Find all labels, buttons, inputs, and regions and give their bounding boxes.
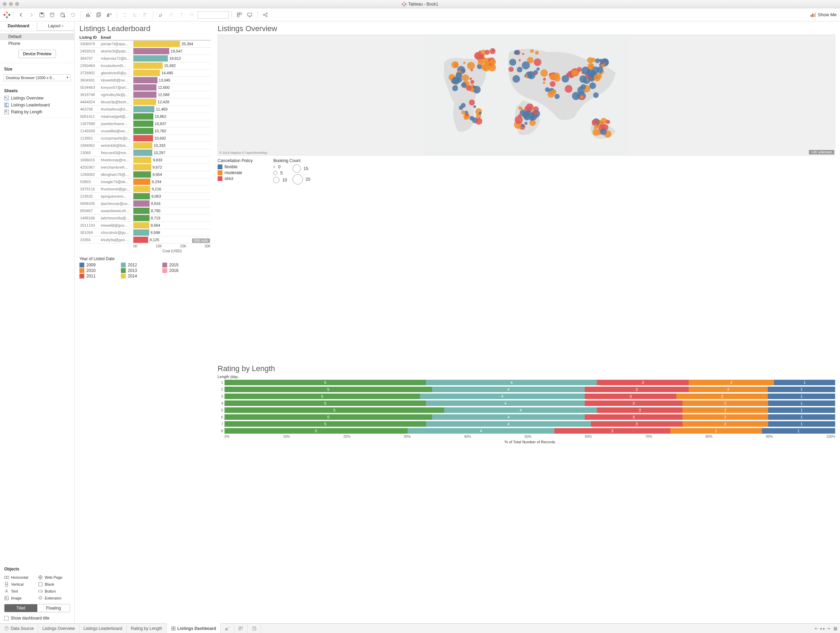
tab-dashboard[interactable]: Dashboard [0, 21, 37, 31]
rating-segment[interactable]: 2 [682, 414, 768, 420]
object-text[interactable]: AText [4, 589, 36, 593]
legend-item[interactable]: 2012 [121, 263, 155, 267]
rating-segment[interactable]: 4 [444, 407, 597, 413]
rating-segment[interactable]: 1 [768, 400, 835, 406]
forward-button[interactable] [27, 10, 36, 20]
rating-segment[interactable]: 1 [768, 414, 835, 420]
table-row[interactable]: 3728802 glandrickd5@y... 14,490 [79, 70, 211, 77]
size-legend-item[interactable]: 15 [292, 165, 310, 173]
toolbar-search-input[interactable] [197, 11, 229, 19]
nulls-badge[interactable]: 658 nulls [192, 238, 210, 243]
tab-layout[interactable]: Layout▾ [37, 21, 74, 31]
rating-segment[interactable]: 5 [224, 414, 432, 420]
rating-segment[interactable]: 4 [432, 414, 585, 420]
object-vertical[interactable]: Vertical [4, 582, 36, 587]
minimize-icon[interactable] [9, 2, 13, 6]
table-row[interactable]: 301059 clincolndz@gu... 8,598 [79, 229, 211, 236]
table-row[interactable]: 4250367 lverchambrelh... 9,672 [79, 164, 211, 171]
size-dropdown[interactable]: Desktop Browser (1000 x 8...▾ [3, 74, 71, 81]
table-row[interactable]: 1307898 jswettenhame... 10,837 [79, 120, 211, 128]
text-button[interactable]: T [177, 10, 186, 20]
world-map[interactable]: © 2019 Mapbox © OpenStreetMap >1K unknow… [218, 35, 835, 155]
rating-segment[interactable]: 5 [224, 400, 426, 406]
new-story-button[interactable]: + [248, 624, 261, 633]
sheet-tab[interactable]: Listings Overview [38, 624, 79, 633]
rating-segment[interactable]: 3 [585, 400, 682, 406]
legend-item[interactable]: strict [218, 176, 253, 181]
legend-item[interactable]: 2010 [79, 268, 114, 273]
highlight-button[interactable] [156, 10, 166, 20]
legend-item[interactable]: 2009 [79, 263, 114, 267]
duplicate-button[interactable] [94, 10, 104, 20]
rating-segment[interactable]: 2 [670, 428, 762, 434]
tiled-button[interactable]: Tiled [5, 605, 37, 612]
rating-segment[interactable]: 3 [585, 387, 689, 392]
rating-segment[interactable]: 2 [676, 394, 768, 399]
clear-button[interactable] [104, 10, 114, 20]
rating-segment[interactable]: 1 [768, 421, 835, 427]
object-web-page[interactable]: Web Page [38, 575, 71, 580]
sheet-tab[interactable]: Listings Leaderboard [79, 624, 127, 633]
rating-segment[interactable]: 1 [768, 387, 835, 392]
rating-segment[interactable]: 5 [224, 428, 407, 434]
rating-segment[interactable]: 4 [432, 387, 585, 392]
device-phone[interactable]: Phone [0, 40, 74, 47]
pause-button[interactable] [58, 10, 67, 20]
data-source-tab[interactable]: Data Source [0, 624, 38, 633]
map-unknown-badge[interactable]: >1K unknown [809, 150, 834, 154]
back-button[interactable] [16, 10, 26, 20]
rating-segment[interactable]: 2 [682, 400, 768, 406]
rating-segment[interactable]: 4 [426, 380, 597, 385]
legend-item[interactable]: 2014 [121, 274, 155, 279]
table-row[interactable]: 3818746 ngrindley5k@j... 12,588 [79, 91, 211, 98]
tab-last-icon[interactable]: ⇥ [827, 626, 830, 631]
legend-item[interactable]: flexible [218, 165, 253, 169]
rating-segment[interactable]: 5 [224, 407, 444, 413]
rating-segment[interactable]: 2 [689, 387, 768, 392]
sort-asc-button[interactable] [130, 10, 140, 20]
table-row[interactable]: 859467 swaszkiewicz6... 8,790 [79, 207, 211, 215]
table-row[interactable]: 2350464 kroubottom6l... 15,982 [79, 62, 211, 70]
legend-item[interactable]: 2013 [121, 268, 155, 273]
table-row[interactable]: 113951 ccoopmanhk@r... 10,692 [79, 135, 211, 142]
legend-item[interactable]: 2011 [79, 274, 114, 279]
rating-segment[interactable]: 4 [420, 394, 585, 399]
table-row[interactable]: 4464824 blouw3p@berk... 12,428 [79, 98, 211, 106]
rating-segment[interactable]: 1 [762, 428, 835, 434]
share-button[interactable] [261, 10, 270, 20]
show-title-checkbox[interactable]: Show dashboard title [4, 616, 70, 620]
rating-segment[interactable]: 3 [554, 428, 670, 434]
rating-segment[interactable]: 1 [774, 380, 835, 385]
table-row[interactable]: 2459519 skeirle3t@patc... 19,547 [79, 47, 211, 55]
table-row[interactable]: 1984962 eelstob8i@link... 10,333 [79, 142, 211, 149]
object-button[interactable]: Button [38, 589, 71, 593]
show-me-button[interactable]: Show Me [810, 12, 837, 17]
size-legend-item[interactable]: 5 [273, 171, 287, 176]
sort-desc-button[interactable] [141, 10, 150, 20]
table-row[interactable]: 13068 lhiscoe43@xre... 10,297 [79, 149, 211, 157]
refresh-button[interactable] [68, 10, 78, 20]
size-legend-item[interactable]: 10 [273, 177, 287, 183]
table-row[interactable]: 3308979 jstclair7t@apa... 25,394 [79, 40, 211, 47]
table-row[interactable]: 1289082 dkingham78@... 9,654 [79, 171, 211, 178]
rating-segment[interactable]: 4 [426, 400, 585, 406]
attach-button[interactable] [166, 10, 176, 20]
fit-button[interactable] [235, 10, 244, 20]
rating-segment[interactable]: 2 [689, 380, 774, 385]
legend-item[interactable]: moderate [218, 170, 253, 175]
new-datasource-button[interactable] [47, 10, 57, 20]
table-row[interactable]: 5061411 mtalmadgelt@... 10,862 [79, 113, 211, 120]
rating-segment[interactable]: 3 [597, 380, 688, 385]
table-row[interactable]: 5534463 konyon57@art... 12,600 [79, 84, 211, 91]
rating-segment[interactable]: 4 [407, 428, 554, 434]
rating-segment[interactable]: 5 [224, 394, 420, 399]
tab-next-icon[interactable]: ▸ [823, 626, 825, 631]
sheet-tab[interactable]: Listings Dashboard [167, 624, 221, 633]
object-extension[interactable]: Extension [38, 596, 71, 601]
sheet-item[interactable]: Rating by Length [0, 109, 74, 116]
size-legend-item[interactable]: 20 [292, 174, 310, 185]
table-row[interactable]: 2011193 inewalljl@goo... 8,664 [79, 222, 211, 229]
rating-segment[interactable]: 3 [591, 421, 682, 427]
rating-segment[interactable]: 4 [426, 421, 591, 427]
sheet-item[interactable]: Listings Overview [0, 95, 74, 101]
